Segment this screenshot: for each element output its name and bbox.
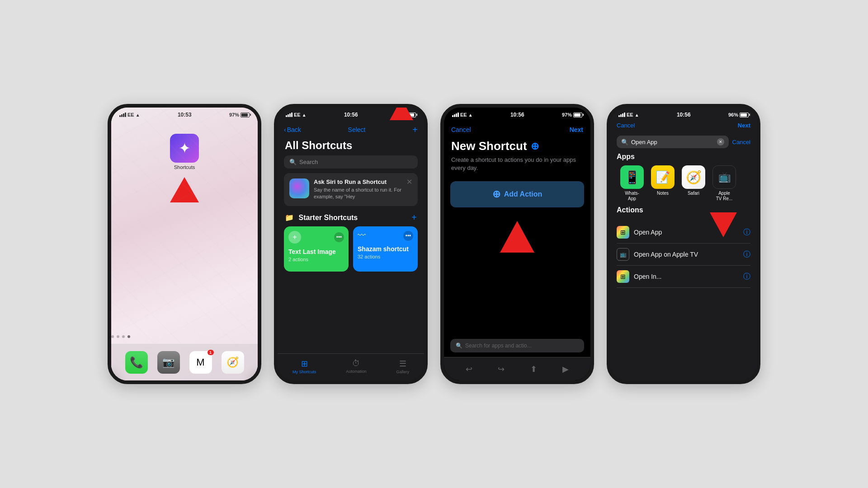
section-title-text: Starter Shortcuts [298, 214, 358, 221]
safari-app[interactable]: 🧭 Safari [678, 165, 709, 202]
tab-automation-label: Automation [346, 369, 367, 374]
status-right-1: 97% [229, 112, 250, 117]
whatsapp-icon: 📱 [620, 165, 644, 189]
phone-screen-1: EE ▲ 10:53 97% ✦ Shortcuts [108, 104, 261, 384]
actions-section: Actions ⊞ Open App ⓘ 📺 Open [610, 202, 757, 288]
search-header-4: 🔍 Open App ✕ Cancel [610, 133, 757, 148]
time-2: 10:56 [344, 112, 358, 118]
wifi-icon-4: ▲ [635, 113, 639, 117]
open-app-tv-action[interactable]: 📺 Open App on Apple TV ⓘ [617, 244, 750, 266]
shazam-title: Shazam shortcut [358, 245, 413, 253]
text-last-image-title: Text Last Image [288, 248, 344, 256]
notes-icon: 📝 [651, 165, 675, 189]
whatsapp-label: Whats-App [625, 191, 639, 202]
signal-icon-1 [119, 113, 126, 117]
open-app-action[interactable]: ⊞ Open App ⓘ [617, 221, 750, 244]
signal-icon-3 [452, 113, 459, 117]
tab-gallery-label: Gallery [396, 370, 410, 374]
wifi-icon-3: ▲ [468, 113, 473, 117]
page-dots [111, 335, 258, 343]
search-value: Open App [631, 139, 657, 145]
next-button-3[interactable]: Next [570, 126, 583, 133]
folder-icon: 📁 [285, 214, 294, 221]
text-last-image-card[interactable]: + ••• Text Last Image 2 actions [284, 226, 349, 272]
wifi-icon-1: ▲ [136, 113, 140, 117]
notes-app[interactable]: 📝 Notes [647, 165, 678, 202]
open-app-tv-info-button[interactable]: ⓘ [743, 250, 750, 259]
dock-safari[interactable]: 🧭 [222, 351, 244, 374]
dot-3 [122, 335, 125, 338]
shortcuts-app[interactable]: ✦ Shortcuts [170, 134, 199, 170]
partial-next-4[interactable]: Next [738, 122, 750, 131]
shazam-shortcut-card[interactable]: 〰 ••• Shazam shortcut 32 actions [353, 226, 418, 272]
add-shortcut-button[interactable]: + [412, 125, 418, 135]
open-in-info-button[interactable]: ⓘ [743, 272, 750, 282]
dock: 📞 📷 M 1 🧭 [111, 343, 258, 380]
red-arrow-3 [500, 221, 534, 253]
whatsapp-app[interactable]: 📱 Whats-App [617, 165, 647, 202]
battery-text-1: 97% [229, 112, 239, 117]
cancel-button-3[interactable]: Cancel [451, 126, 471, 133]
time-1: 10:53 [178, 112, 192, 118]
back-chevron-icon: ‹ [284, 126, 286, 133]
actions-header: Actions [617, 206, 750, 219]
card-more-button[interactable]: ••• [334, 232, 344, 242]
tab-bar-2: ⊞ My Shortcuts ⏱ Automation ☰ Gallery [278, 353, 424, 380]
tab-gallery[interactable]: ☰ Gallery [396, 359, 410, 374]
status-bar-1: EE ▲ 10:53 97% [111, 108, 258, 120]
select-button[interactable]: Select [348, 126, 366, 133]
carrier-4: EE [627, 112, 633, 117]
plus-wrapper: + [412, 125, 418, 135]
back-label[interactable]: Back [287, 126, 301, 133]
battery-icon-4 [740, 113, 749, 117]
wave-icon: 〰 [358, 231, 366, 240]
open-app-info-button[interactable]: ⓘ [743, 228, 750, 237]
more-options-button[interactable]: ⊕ [531, 141, 539, 152]
siri-card-text: Ask Siri to Run a Shortcut Say the name … [314, 178, 412, 201]
redo-button[interactable]: ↪ [498, 364, 505, 374]
action-search-bar[interactable]: 🔍 Search for apps and actio... [450, 339, 584, 352]
play-button[interactable]: ▶ [562, 364, 569, 374]
main-container: EE ▲ 10:53 97% ✦ Shortcuts [0, 0, 868, 488]
shortcut-header: New Shortcut ⊕ Create a shortcut to acti… [444, 137, 590, 177]
section-add-button[interactable]: + [411, 212, 417, 223]
battery-text-3: 97% [562, 112, 572, 117]
cancel-search-button[interactable]: Cancel [732, 139, 750, 145]
dock-phone[interactable]: 📞 [125, 351, 148, 374]
signal-icon-2 [286, 113, 292, 117]
siri-suggestion-card[interactable]: Ask Siri to Run a Shortcut Say the name … [284, 173, 418, 206]
open-app-icon: ⊞ [617, 226, 629, 239]
shazam-more-button[interactable]: ••• [403, 231, 413, 241]
dock-gmail[interactable]: M 1 [189, 351, 212, 374]
open-in-action[interactable]: ⊞ Open In... ⓘ [617, 266, 750, 288]
starter-shortcuts-header: 📁 Starter Shortcuts + [278, 211, 424, 226]
tab-my-shortcuts[interactable]: ⊞ My Shortcuts [292, 359, 316, 374]
dock-camera[interactable]: 📷 [157, 351, 180, 374]
siri-close-button[interactable]: ✕ [406, 178, 412, 186]
tab-automation[interactable]: ⏱ Automation [346, 359, 367, 374]
add-action-button[interactable]: ⊕ Add Action [450, 181, 584, 207]
appletv-label: AppleTV Re... [716, 191, 733, 202]
shortcuts-icon[interactable]: ✦ [170, 134, 199, 163]
siri-icon [289, 178, 309, 198]
share-button[interactable]: ⬆ [530, 364, 537, 374]
appletv-app[interactable]: 📺 AppleTV Re... [709, 165, 740, 202]
undo-button[interactable]: ↩ [466, 364, 472, 374]
apps-section: Apps 📱 Whats-App 📝 Notes [610, 148, 757, 202]
back-button[interactable]: ‹ Back [284, 126, 301, 133]
text-last-image-subtitle: 2 actions [288, 257, 344, 262]
appletv-icon: 📺 [712, 165, 736, 189]
search-bar-2[interactable]: 🔍 Search [284, 155, 418, 169]
status-bar-3: EE ▲ 10:56 97% [444, 108, 590, 120]
new-shortcut-title: New Shortcut ⊕ [451, 139, 583, 153]
status-left-3: EE ▲ [452, 112, 473, 117]
partial-cancel-4[interactable]: Cancel [617, 122, 635, 131]
dot-4 [127, 335, 130, 338]
red-arrow-1 [170, 177, 199, 202]
open-in-label: Open In... [634, 273, 739, 280]
apps-section-title: Apps [617, 153, 750, 161]
clear-search-button[interactable]: ✕ [717, 138, 724, 145]
search-field[interactable]: 🔍 Open App ✕ [617, 136, 729, 148]
search-icon-4: 🔍 [621, 139, 628, 145]
status-bar-4: EE ▲ 10:56 96% [610, 108, 757, 120]
